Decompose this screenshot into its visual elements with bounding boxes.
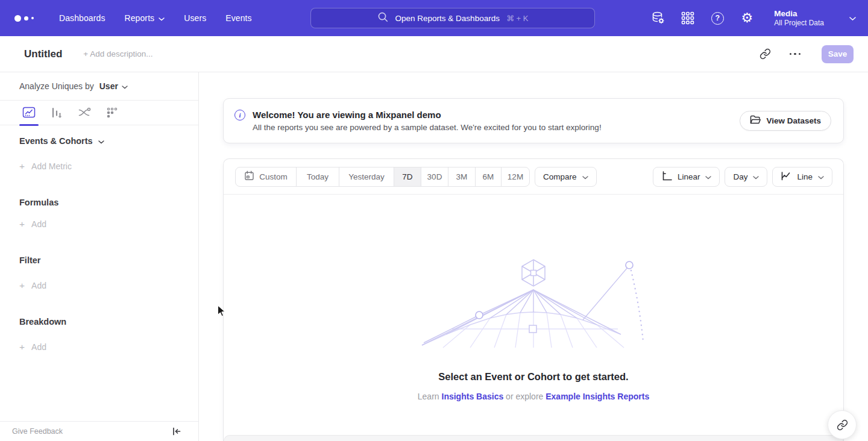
info-icon: i <box>234 110 245 120</box>
global-search-input[interactable]: Open Reports & Dashboards ⌘ + K <box>310 8 595 28</box>
tab-scatter-icon[interactable] <box>98 100 126 125</box>
settings-gear-icon[interactable]: ⚙ <box>740 11 754 25</box>
apps-grid-icon[interactable] <box>681 11 695 25</box>
add-formula-label: Add <box>31 219 46 229</box>
nav-dashboards[interactable]: Dashboards <box>49 0 115 36</box>
banner-subtitle: All the reports you see are powered by a… <box>253 123 602 132</box>
title-bar-actions: Save <box>758 45 854 63</box>
help-icon[interactable]: ? <box>710 11 725 25</box>
interval-label: Day <box>733 172 747 181</box>
add-filter-button[interactable]: +Add <box>0 280 198 292</box>
report-controls: Custom Today Yesterday 7D 30D 3M 6M 12M … <box>224 159 843 195</box>
compare-dropdown[interactable]: Compare <box>535 167 597 187</box>
help-glyph: ? <box>711 12 724 25</box>
plus-icon: + <box>19 280 25 291</box>
top-nav: Dashboards Reports Users Events Open Rep… <box>0 0 868 36</box>
range-custom[interactable]: Custom <box>235 167 297 187</box>
insights-basics-link[interactable]: Insights Basics <box>442 392 504 401</box>
mixpanel-logo-icon[interactable] <box>14 15 34 22</box>
chart-type-label: Line <box>797 172 813 181</box>
chevron-down-icon <box>753 172 759 181</box>
add-breakdown-button[interactable]: +Add <box>0 341 198 353</box>
example-insights-reports-link[interactable]: Example Insights Reports <box>546 392 649 401</box>
tab-flow-icon[interactable] <box>71 100 98 125</box>
date-range-segmented-control: Custom Today Yesterday 7D 30D 3M 6M 12M <box>235 167 530 187</box>
analyze-by-dropdown[interactable]: User <box>99 81 128 91</box>
nav-users[interactable]: Users <box>174 0 216 36</box>
section-events-cohorts[interactable]: Events & Cohorts <box>0 135 198 147</box>
empty-state-links: Learn Insights Basics or explore Example… <box>224 392 843 401</box>
empty-links-middle: or explore <box>506 392 543 401</box>
view-datasets-label: View Datasets <box>766 116 821 125</box>
collapse-sidebar-icon[interactable] <box>172 427 181 436</box>
report-title[interactable]: Untitled <box>24 48 62 60</box>
project-switcher[interactable]: Media All Project Data <box>774 8 856 28</box>
save-button[interactable]: Save <box>822 45 854 63</box>
range-12m[interactable]: 12M <box>501 167 530 187</box>
add-filter-label: Add <box>31 281 46 290</box>
visualization-tabs <box>0 100 198 125</box>
chart-type-dropdown[interactable]: Line <box>772 167 832 187</box>
project-name: Media <box>774 8 824 19</box>
range-custom-label: Custom <box>259 172 288 181</box>
gear-glyph: ⚙ <box>741 11 753 25</box>
top-nav-right: ? ⚙ Media All Project Data <box>651 0 856 36</box>
chevron-down-icon <box>705 172 711 181</box>
add-metric-label: Add Metric <box>31 161 72 171</box>
chevron-down-icon <box>122 81 128 91</box>
empty-links-prefix: Learn <box>418 392 439 401</box>
interval-dropdown[interactable]: Day <box>725 167 767 187</box>
data-management-icon[interactable] <box>651 11 665 25</box>
report-title-bar: Untitled + Add description... Save <box>0 36 868 72</box>
chevron-down-icon <box>582 172 588 181</box>
floating-copy-link-button[interactable] <box>828 410 857 439</box>
chevron-down-icon <box>98 136 104 146</box>
analyze-by-value: User <box>99 81 118 91</box>
section-breakdown: Breakdown <box>0 316 198 328</box>
add-breakdown-label: Add <box>31 342 46 352</box>
folder-icon <box>750 115 761 127</box>
primary-nav: Dashboards Reports Users Events <box>49 0 262 36</box>
empty-state-illustration <box>419 257 648 351</box>
add-formula-button[interactable]: +Add <box>0 218 198 230</box>
report-bottom-panel-edge <box>224 435 843 441</box>
project-subtitle: All Project Data <box>774 19 824 28</box>
section-filter: Filter <box>0 254 198 266</box>
chevron-down-icon <box>849 13 856 23</box>
nav-reports[interactable]: Reports <box>115 0 175 36</box>
range-7d-selected[interactable]: 7D <box>394 167 421 187</box>
search-placeholder: Open Reports & Dashboards <box>395 14 500 23</box>
add-description-field[interactable]: + Add description... <box>83 49 153 58</box>
calendar-icon <box>244 170 254 183</box>
sidebar-footer: Give Feedback <box>0 421 198 441</box>
range-6m[interactable]: 6M <box>475 167 502 187</box>
tab-bar-chart-icon[interactable] <box>43 100 71 125</box>
range-30d[interactable]: 30D <box>421 167 448 187</box>
plus-icon: + <box>19 342 25 352</box>
nav-events[interactable]: Events <box>216 0 261 36</box>
range-today[interactable]: Today <box>296 167 339 187</box>
banner-text: Welcome! You are viewing a Mixpanel demo… <box>253 110 602 132</box>
view-datasets-button[interactable]: View Datasets <box>740 111 831 131</box>
range-yesterday[interactable]: Yesterday <box>339 167 394 187</box>
mixpanel-app: Dashboards Reports Users Events Open Rep… <box>0 0 868 441</box>
line-chart-icon <box>781 170 791 183</box>
nav-reports-label: Reports <box>125 13 155 23</box>
insights-report-card: Custom Today Yesterday 7D 30D 3M 6M 12M … <box>223 158 844 441</box>
give-feedback-link[interactable]: Give Feedback <box>12 427 63 436</box>
chart-display-controls: Linear Day Line <box>653 167 832 187</box>
chevron-down-icon <box>159 13 165 23</box>
project-names: Media All Project Data <box>774 8 824 28</box>
add-metric-button[interactable]: +Add Metric <box>0 160 198 172</box>
tab-insights-icon[interactable] <box>15 100 43 125</box>
more-options-icon[interactable] <box>788 47 802 61</box>
scale-dropdown[interactable]: Linear <box>653 167 720 187</box>
analyze-label: Analyze Uniques by <box>19 81 94 91</box>
scale-label: Linear <box>678 172 700 181</box>
copy-link-icon[interactable] <box>758 47 772 61</box>
query-builder-sidebar: Analyze Uniques by User Events & Cohorts <box>0 72 199 441</box>
range-3m[interactable]: 3M <box>448 167 476 187</box>
section-title: Events & Cohorts <box>19 136 93 146</box>
chevron-down-icon <box>818 172 824 181</box>
plus-icon: + <box>19 219 25 230</box>
